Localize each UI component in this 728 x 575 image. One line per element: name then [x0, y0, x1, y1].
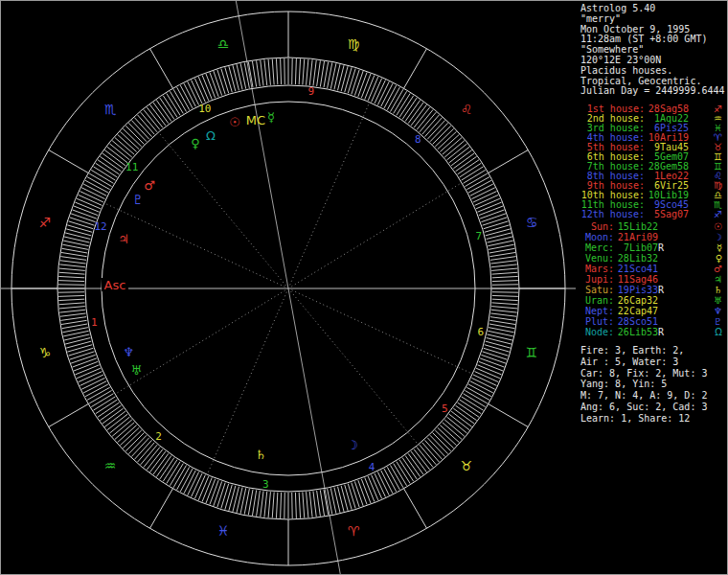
house-cusp-line [207, 288, 288, 474]
header-line-2: "merry" [580, 14, 725, 25]
planet-position-value: 15Lib22 [614, 221, 658, 232]
planet-label: Moon: [580, 232, 614, 242]
retrograde-flag: R [658, 285, 666, 295]
stats-line-4: Yang: 8, Yin: 5 [580, 379, 707, 390]
planet-position-value: 21Ari09 [614, 232, 658, 242]
planet-velocity: - 0°33' [666, 295, 712, 306]
house-row: 12th house:5Sag07♐ [580, 210, 725, 219]
planet-velocity: + 0°00' [666, 327, 712, 337]
planet-position-value: 11Sag46 [614, 274, 658, 285]
info-panel: Astrolog 5.40"merry"Mon October 9, 19951… [578, 1, 727, 575]
retrograde-flag [658, 232, 666, 242]
planet-position-value: 19Pis33 [614, 285, 658, 295]
header-line-9: Julian Day = 2449999.6444 [580, 86, 725, 97]
zodiac-aquarius-icon: ♒ [104, 458, 117, 473]
planet-label: Nept: [580, 306, 614, 316]
sign-boundary-spoke [404, 49, 427, 89]
planet-icon: ☽ [714, 232, 725, 242]
midheaven-label: MC [246, 113, 265, 127]
chart-header: Astrolog 5.40"merry"Mon October 9, 19951… [580, 4, 725, 97]
wheel-planet-merc-icon: ☿ [267, 110, 275, 125]
planet-label: Merc: [580, 242, 614, 253]
sign-boundary-spoke [150, 49, 173, 89]
zodiac-taurus-icon: ♉ [461, 458, 473, 473]
house-number: 3 [262, 478, 269, 491]
planet-icon: ♀ [716, 253, 725, 264]
house-number: 4 [369, 461, 375, 473]
planet-velocity: - 0°33' [666, 264, 712, 274]
planet-velocity: + 0°30' [666, 232, 712, 242]
house-cusp-line [288, 183, 462, 288]
zodiac-aries-icon: ♈ [348, 523, 360, 539]
planet-velocity: - 2°20' [666, 285, 712, 295]
planet-row: Venu:28Lib32 + 0°44'♀ [580, 253, 725, 264]
wheel-planet-jupi-icon: ♃ [118, 232, 129, 246]
retrograde-flag [658, 221, 666, 232]
planet-icon: ☉ [714, 221, 725, 232]
house-cusp-value: 5Sag07 [645, 210, 689, 219]
stats-line-6: Ang: 6, Suc: 2, Cad: 3 [580, 402, 707, 413]
house-number: 6 [477, 326, 484, 338]
planet-position-value: 26Lib53 [614, 327, 658, 337]
house-cusp-line [288, 288, 419, 445]
planet-velocity: + 0°44' [666, 253, 712, 264]
sign-boundary-spoke [150, 489, 173, 529]
sign-boundary-spoke [49, 150, 89, 173]
zodiac-leo-icon: ♌ [461, 102, 473, 117]
planet-row: Uran:26Cap32 - 0°33'♅ [580, 295, 725, 306]
planet-row: Nept:22Cap47 + 0°31'♆ [580, 306, 725, 316]
zodiac-sagittarius-icon: ♐ [39, 215, 52, 230]
planet-position-value: 28Lib32 [614, 253, 658, 264]
planet-icon: ♆ [714, 306, 725, 316]
planet-velocity: + 0°31' [666, 306, 712, 316]
house-cusp-table: 1st house:28Sag58♐2nd house:1Aqu22♒3rd h… [580, 104, 725, 219]
planet-icon: Ω [715, 327, 725, 337]
planet-position-value: 22Cap47 [614, 306, 658, 316]
house-cusp-line [288, 103, 370, 288]
planet-position-table: Sun:15Lib22 - 0°00'☉Moon:21Ari09 + 0°30'… [580, 221, 725, 337]
planet-label: Venu: [580, 253, 614, 264]
header-line-7: Placidus houses. [580, 66, 725, 77]
wheel-planet-mars-icon: ♂ [144, 178, 155, 193]
planet-icon: ♅ [714, 295, 725, 306]
planet-row: Jupi:11Sag46 + 0°24'♃ [580, 274, 725, 285]
house-number: 5 [442, 402, 448, 415]
planet-row: Plut:28Sco51 +12°59'♇ [580, 316, 725, 327]
wheel-planet-sun-icon: ☉ [229, 115, 240, 129]
ascendant-label: Asc [104, 278, 126, 292]
wheel-planet-plut-icon: ♇ [132, 193, 144, 207]
planet-velocity: - 0°00' [666, 221, 712, 232]
zodiac-libra-icon: ♎ [217, 36, 230, 52]
retrograde-flag [658, 274, 666, 285]
planet-row: Merc:7Lib07R- 0°50'☿ [580, 242, 725, 253]
stats-line-3: Car: 8, Fix: 2, Mut: 3 [580, 368, 707, 380]
astrolog-window: 123456789101112♈♉♊♋♌♍♎♏♐♑♒♓☉☽☿♀♂♃♄♅♆♇ΩAs… [0, 0, 728, 575]
zodiac-virgo-icon: ♍ [348, 36, 360, 52]
planet-row: Sun:15Lib22 - 0°00'☉ [580, 221, 725, 232]
house-label: 12th house: [580, 210, 645, 219]
house-number: 9 [307, 85, 314, 98]
house-number: 8 [415, 133, 421, 146]
planet-velocity: +12°59' [666, 316, 712, 327]
house-cusp-line [104, 203, 288, 288]
zodiac-sign-icon: ♐ [714, 210, 725, 219]
stats-line-7: Learn: 1, Share: 12 [580, 413, 707, 425]
house-number: 7 [476, 230, 483, 242]
planet-velocity: - 0°50' [666, 242, 712, 253]
planet-label: Uran: [580, 295, 614, 306]
planet-icon: ☿ [717, 242, 725, 253]
zodiac-gemini-icon: ♊ [526, 345, 538, 360]
wheel-planet-node-icon: Ω [206, 128, 216, 143]
planet-row: Node:26Lib53R+ 0°00'Ω [580, 327, 725, 337]
element-tally-block: Fire: 3, Earth: 2,Air : 5, Water: 3Car: … [580, 345, 707, 425]
house-number: 12 [94, 220, 106, 233]
planet-row: Mars:21Sco41 - 0°33'♂ [580, 264, 725, 274]
house-number: 2 [155, 430, 162, 443]
planet-label: Mars: [580, 264, 614, 274]
house-cusp-line [158, 132, 288, 288]
planet-position-value: 7Lib07 [614, 242, 658, 253]
wheel-planet-nept-icon: ♆ [123, 345, 134, 359]
retrograde-flag [658, 295, 666, 306]
planet-icon: ♇ [714, 316, 725, 327]
planet-icon: ♂ [714, 264, 725, 274]
